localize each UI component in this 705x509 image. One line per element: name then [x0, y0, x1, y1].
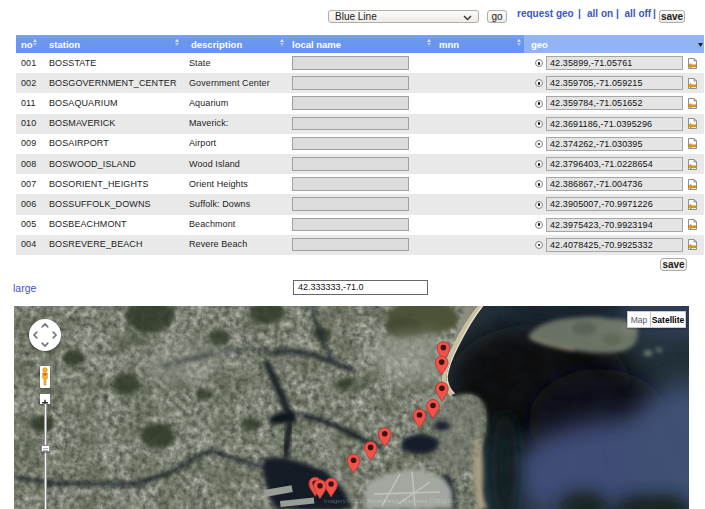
svg-text:Imagery ©2011 TerraMetrics, Ma: Imagery ©2011 TerraMetrics, Map data ©20… — [324, 498, 468, 504]
